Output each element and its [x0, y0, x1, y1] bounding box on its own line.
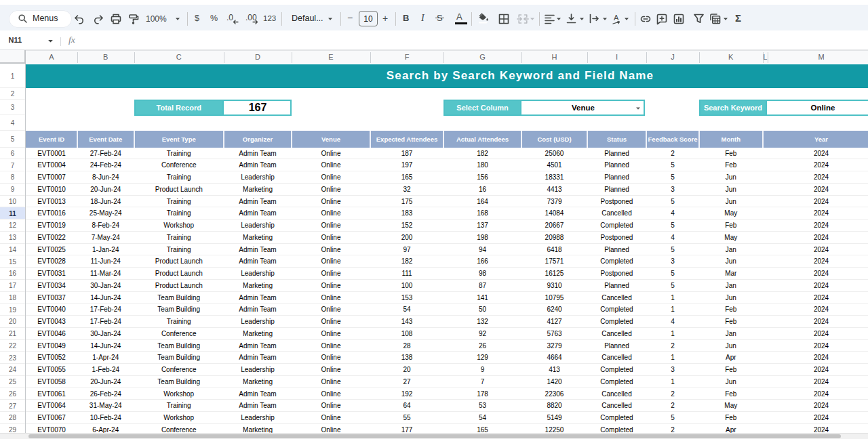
svg-text:A: A	[614, 14, 619, 22]
